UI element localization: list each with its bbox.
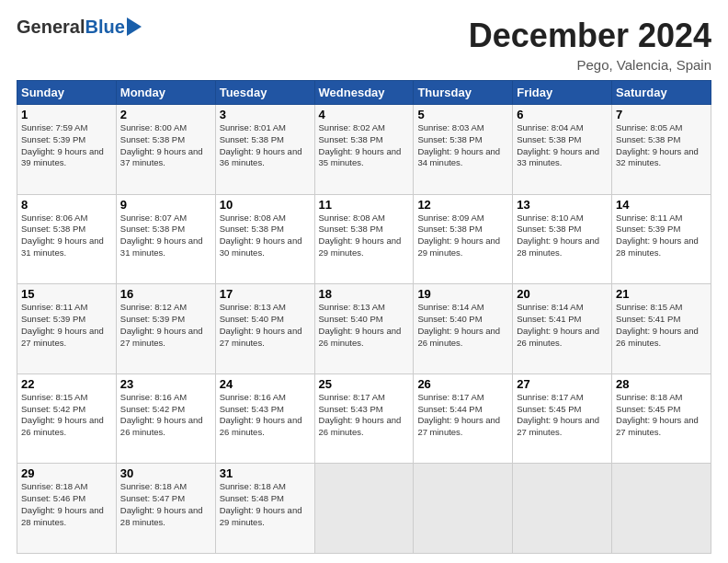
day-info: Sunrise: 8:16 AM Sunset: 5:42 PM Dayligh… <box>120 392 211 439</box>
day-number: 13 <box>517 198 608 212</box>
day-info: Sunrise: 8:08 AM Sunset: 5:38 PM Dayligh… <box>319 213 410 259</box>
day-number: 27 <box>517 377 608 391</box>
day-info: Sunrise: 8:17 AM Sunset: 5:43 PM Dayligh… <box>319 392 410 439</box>
day-info: Sunrise: 8:13 AM Sunset: 5:40 PM Dayligh… <box>220 302 311 349</box>
day-info: Sunrise: 8:18 AM Sunset: 5:45 PM Dayligh… <box>616 392 707 439</box>
day-number: 26 <box>417 377 508 391</box>
day-info: Sunrise: 8:18 AM Sunset: 5:46 PM Dayligh… <box>21 481 112 528</box>
col-sunday: Sunday <box>17 81 117 105</box>
page: General Blue December 2024 Pego, Valenci… <box>0 0 728 563</box>
table-row: 13Sunrise: 8:10 AM Sunset: 5:38 PM Dayli… <box>513 194 612 284</box>
month-title: December 2024 <box>469 17 711 55</box>
day-info: Sunrise: 8:15 AM Sunset: 5:42 PM Dayligh… <box>21 392 112 439</box>
day-info: Sunrise: 8:09 AM Sunset: 5:38 PM Dayligh… <box>417 213 508 259</box>
table-row: 29Sunrise: 8:18 AM Sunset: 5:46 PM Dayli… <box>17 464 117 554</box>
table-row: 12Sunrise: 8:09 AM Sunset: 5:38 PM Dayli… <box>414 194 513 284</box>
calendar-week-row: 22Sunrise: 8:15 AM Sunset: 5:42 PM Dayli… <box>17 373 711 464</box>
day-number: 9 <box>120 198 211 212</box>
table-row: 23Sunrise: 8:16 AM Sunset: 5:42 PM Dayli… <box>116 373 215 464</box>
table-row <box>414 464 513 554</box>
day-number: 6 <box>517 108 608 121</box>
col-thursday: Thursday <box>414 81 513 105</box>
day-number: 8 <box>21 198 112 212</box>
table-row: 26Sunrise: 8:17 AM Sunset: 5:44 PM Dayli… <box>414 373 513 464</box>
title-block: December 2024 Pego, Valencia, Spain <box>469 17 711 73</box>
day-info: Sunrise: 8:18 AM Sunset: 5:48 PM Dayligh… <box>220 481 311 528</box>
table-row: 16Sunrise: 8:12 AM Sunset: 5:39 PM Dayli… <box>116 284 215 374</box>
day-info: Sunrise: 8:14 AM Sunset: 5:40 PM Dayligh… <box>417 302 508 349</box>
day-number: 25 <box>319 377 410 391</box>
day-info: Sunrise: 8:13 AM Sunset: 5:40 PM Dayligh… <box>319 302 410 349</box>
logo-blue-text: Blue <box>85 17 124 38</box>
table-row: 18Sunrise: 8:13 AM Sunset: 5:40 PM Dayli… <box>314 284 414 374</box>
table-row <box>314 464 414 554</box>
table-row: 5Sunrise: 8:03 AM Sunset: 5:38 PM Daylig… <box>414 105 513 195</box>
col-friday: Friday <box>513 81 612 105</box>
day-number: 11 <box>319 198 410 212</box>
table-row: 4Sunrise: 8:02 AM Sunset: 5:38 PM Daylig… <box>314 105 414 195</box>
calendar-table: Sunday Monday Tuesday Wednesday Thursday… <box>17 80 711 554</box>
day-info: Sunrise: 8:12 AM Sunset: 5:39 PM Dayligh… <box>120 302 211 349</box>
table-row <box>513 464 612 554</box>
day-number: 31 <box>220 466 311 480</box>
table-row: 20Sunrise: 8:14 AM Sunset: 5:41 PM Dayli… <box>513 284 612 374</box>
day-number: 7 <box>616 108 707 121</box>
day-number: 24 <box>220 377 311 391</box>
table-row: 21Sunrise: 8:15 AM Sunset: 5:41 PM Dayli… <box>612 284 711 374</box>
calendar-week-row: 8Sunrise: 8:06 AM Sunset: 5:38 PM Daylig… <box>17 194 711 284</box>
col-saturday: Saturday <box>612 81 711 105</box>
table-row: 10Sunrise: 8:08 AM Sunset: 5:38 PM Dayli… <box>215 194 314 284</box>
day-info: Sunrise: 8:05 AM Sunset: 5:38 PM Dayligh… <box>616 122 707 169</box>
day-info: Sunrise: 8:00 AM Sunset: 5:38 PM Dayligh… <box>120 122 211 169</box>
table-row: 6Sunrise: 8:04 AM Sunset: 5:38 PM Daylig… <box>513 105 612 195</box>
day-number: 10 <box>220 198 311 212</box>
day-number: 15 <box>21 287 112 301</box>
col-monday: Monday <box>116 81 215 105</box>
table-row: 24Sunrise: 8:16 AM Sunset: 5:43 PM Dayli… <box>215 373 314 464</box>
day-info: Sunrise: 8:02 AM Sunset: 5:38 PM Dayligh… <box>319 122 410 169</box>
location: Pego, Valencia, Spain <box>469 57 711 73</box>
day-number: 28 <box>616 377 707 391</box>
logo-arrow-icon <box>127 17 142 36</box>
day-info: Sunrise: 8:07 AM Sunset: 5:38 PM Dayligh… <box>120 213 211 259</box>
col-tuesday: Tuesday <box>215 81 314 105</box>
day-info: Sunrise: 8:17 AM Sunset: 5:44 PM Dayligh… <box>417 392 508 439</box>
day-info: Sunrise: 8:04 AM Sunset: 5:38 PM Dayligh… <box>517 122 608 169</box>
day-number: 16 <box>120 287 211 301</box>
day-number: 14 <box>616 198 707 212</box>
table-row: 8Sunrise: 8:06 AM Sunset: 5:38 PM Daylig… <box>17 194 117 284</box>
day-number: 3 <box>220 108 311 121</box>
header: General Blue December 2024 Pego, Valenci… <box>17 17 711 73</box>
logo-general-text: General <box>17 17 85 38</box>
day-info: Sunrise: 8:10 AM Sunset: 5:38 PM Dayligh… <box>517 213 608 259</box>
table-row: 7Sunrise: 8:05 AM Sunset: 5:38 PM Daylig… <box>612 105 711 195</box>
day-info: Sunrise: 7:59 AM Sunset: 5:39 PM Dayligh… <box>21 122 112 169</box>
day-number: 23 <box>120 377 211 391</box>
day-info: Sunrise: 8:01 AM Sunset: 5:38 PM Dayligh… <box>220 122 311 169</box>
day-number: 30 <box>120 466 211 480</box>
day-number: 12 <box>417 198 508 212</box>
day-info: Sunrise: 8:17 AM Sunset: 5:45 PM Dayligh… <box>517 392 608 439</box>
table-row: 22Sunrise: 8:15 AM Sunset: 5:42 PM Dayli… <box>17 373 117 464</box>
day-number: 1 <box>21 108 112 121</box>
table-row: 30Sunrise: 8:18 AM Sunset: 5:47 PM Dayli… <box>116 464 215 554</box>
day-info: Sunrise: 8:08 AM Sunset: 5:38 PM Dayligh… <box>220 213 311 259</box>
table-row: 3Sunrise: 8:01 AM Sunset: 5:38 PM Daylig… <box>215 105 314 195</box>
table-row: 11Sunrise: 8:08 AM Sunset: 5:38 PM Dayli… <box>314 194 414 284</box>
day-info: Sunrise: 8:03 AM Sunset: 5:38 PM Dayligh… <box>417 122 508 169</box>
day-info: Sunrise: 8:18 AM Sunset: 5:47 PM Dayligh… <box>120 481 211 528</box>
day-number: 29 <box>21 466 112 480</box>
day-number: 21 <box>616 287 707 301</box>
day-info: Sunrise: 8:15 AM Sunset: 5:41 PM Dayligh… <box>616 302 707 349</box>
table-row: 2Sunrise: 8:00 AM Sunset: 5:38 PM Daylig… <box>116 105 215 195</box>
table-row: 14Sunrise: 8:11 AM Sunset: 5:39 PM Dayli… <box>612 194 711 284</box>
calendar-week-row: 1Sunrise: 7:59 AM Sunset: 5:39 PM Daylig… <box>17 105 711 195</box>
day-number: 4 <box>319 108 410 121</box>
table-row <box>612 464 711 554</box>
day-info: Sunrise: 8:06 AM Sunset: 5:38 PM Dayligh… <box>21 213 112 259</box>
table-row: 1Sunrise: 7:59 AM Sunset: 5:39 PM Daylig… <box>17 105 117 195</box>
day-info: Sunrise: 8:14 AM Sunset: 5:41 PM Dayligh… <box>517 302 608 349</box>
table-row: 9Sunrise: 8:07 AM Sunset: 5:38 PM Daylig… <box>116 194 215 284</box>
day-info: Sunrise: 8:16 AM Sunset: 5:43 PM Dayligh… <box>220 392 311 439</box>
table-row: 17Sunrise: 8:13 AM Sunset: 5:40 PM Dayli… <box>215 284 314 374</box>
